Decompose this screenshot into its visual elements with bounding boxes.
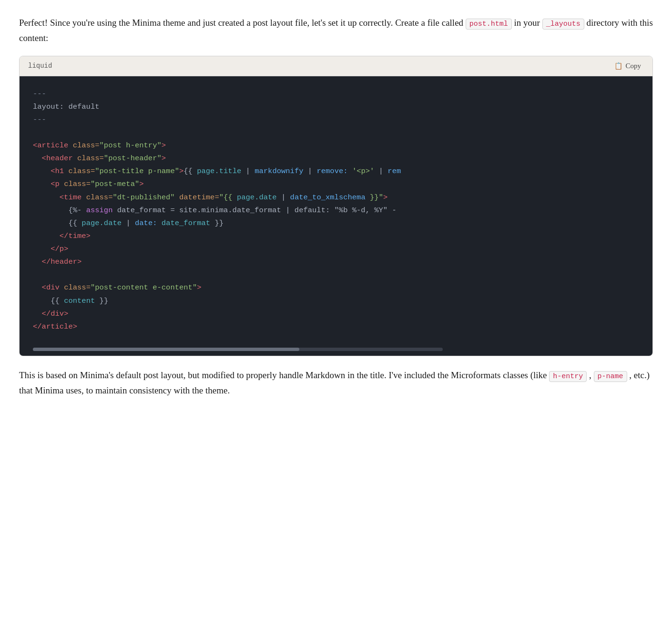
outro-text-main: This is based on Minima's default post l… — [19, 370, 549, 380]
inline-code-h-entry: h-entry — [549, 371, 587, 382]
intro-paragraph: Perfect! Since you're using the Minima t… — [19, 15, 653, 46]
scrollbar-area — [20, 345, 652, 356]
code-block-container: liquid 📋 Copy --- layout: default --- <a… — [19, 56, 653, 356]
intro-text-before: Perfect! Since you're using the Minima t… — [19, 18, 466, 28]
scrollbar-track[interactable] — [33, 348, 443, 351]
inline-code-p-name: p-name — [594, 371, 627, 382]
outro-paragraph: This is based on Minima's default post l… — [19, 368, 653, 399]
code-content: --- layout: default --- <article class="… — [33, 88, 639, 333]
intro-text-middle: in your — [512, 18, 542, 28]
code-block-body: --- layout: default --- <article class="… — [20, 76, 652, 345]
copy-icon: 📋 — [614, 62, 622, 70]
code-language-label: liquid — [28, 62, 52, 70]
inline-code-post-html: post.html — [466, 19, 512, 30]
copy-button[interactable]: 📋 Copy — [611, 61, 644, 71]
inline-code-layouts: _layouts — [542, 19, 584, 30]
copy-label: Copy — [625, 62, 641, 70]
code-block-header: liquid 📋 Copy — [20, 56, 652, 76]
outro-text2: , — [587, 370, 593, 380]
scrollbar-thumb — [33, 348, 299, 351]
